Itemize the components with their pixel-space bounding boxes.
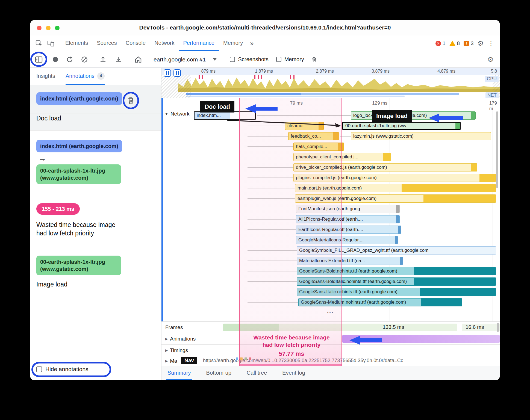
annotation-pill-image[interactable]: 00-earth-splash-1x-ltr.jpg (www.gstatic.…	[36, 256, 121, 275]
frame-bar[interactable]	[223, 324, 457, 331]
network-request-bar[interactable]: FontManifest.json (earth.goog...	[296, 205, 400, 213]
network-request-bar[interactable]: GoogleSans-Italic.nohints.ttf (earth.goo…	[297, 288, 496, 296]
memory-toggle[interactable]: Memory	[276, 56, 304, 63]
expand-triangle-icon[interactable]: ▶	[165, 359, 168, 363]
tab-console[interactable]: Console	[121, 36, 150, 51]
kebab-menu-icon[interactable]: ⋮	[488, 40, 494, 47]
tab-sources[interactable]: Sources	[92, 36, 121, 51]
minimap-pause-marker[interactable]	[173, 69, 181, 77]
network-track-header[interactable]: ▼ Network	[165, 111, 190, 117]
error-badge[interactable]: × 1	[435, 40, 446, 46]
annotation-label-wasted-time[interactable]: Wasted time because image had low fetch …	[36, 221, 126, 238]
network-request-bar[interactable]: lazy.min.js (www.gstatic.com)	[351, 132, 491, 140]
delete-annotation-button[interactable]	[127, 96, 135, 105]
network-request-bar[interactable]: feedback_co...	[288, 132, 339, 140]
network-request-bar[interactable]: earthplugin_web.js (earth.google.com)	[295, 194, 496, 203]
network-request-bar[interactable]: hats_compile...	[293, 143, 344, 151]
main-thread-track[interactable]: ▶ Ma Nav https://earth.google.com/web/0.…	[161, 356, 500, 366]
network-waterfall[interactable]: 79 ms 129 ms 179 m ▼ Network	[161, 98, 500, 322]
annotation-card-image-load[interactable]: 00-earth-splash-1x-ltr.jpg (www.gstatic.…	[30, 245, 161, 295]
network-request-bar[interactable]: GoogleSymbols_FILL_GRAD_opsz_wght.ttf (e…	[297, 246, 496, 255]
request-label: phenotype_client_compiled.j...	[296, 154, 358, 159]
timings-track[interactable]: ▶ Timings	[161, 345, 500, 356]
tab-insights[interactable]: Insights	[36, 68, 55, 85]
network-request-bar[interactable]: main.dart.js (earth.google.com)	[295, 184, 496, 192]
nav-url-text: https://earth.google.com/web/0...0.27330…	[203, 358, 499, 363]
warning-badge[interactable]: 8	[449, 40, 460, 46]
waterfall-scrollbar[interactable]	[496, 111, 498, 188]
issues-badge[interactable]: ! 3	[464, 40, 474, 46]
hide-annotations-row[interactable]: Hide annotations	[36, 366, 89, 372]
memory-checkbox[interactable]	[276, 57, 281, 62]
network-request-bar[interactable]: GoogleSans-BoldItalic.nohints.ttf (earth…	[297, 277, 496, 286]
doc-load-annotation-label[interactable]: Doc load	[200, 101, 234, 113]
history-selector[interactable]: earth.google.com #1	[154, 56, 217, 63]
collapse-triangle-icon[interactable]: ▼	[165, 112, 168, 116]
animations-track[interactable]: ▶ Animations	[161, 333, 500, 345]
minimap-error-mark	[258, 75, 259, 79]
screenshots-toggle[interactable]: Screenshots	[230, 56, 268, 63]
annotation-pill-link-from[interactable]: index.html (earth.google.com)	[36, 140, 122, 152]
download-profile-icon[interactable]	[115, 56, 122, 63]
request-label: GoogleSans-Italic.nohints.ttf (earth.goo…	[299, 289, 397, 294]
more-tabs-icon[interactable]: »	[247, 36, 256, 51]
tab-elements[interactable]: Elements	[61, 36, 92, 51]
annotation-card-link[interactable]: index.html (earth.google.com) → 00-earth…	[30, 131, 161, 191]
tab-performance[interactable]: Performance	[179, 36, 219, 51]
home-icon[interactable]	[134, 56, 142, 63]
annotation-connector-arrow	[161, 98, 353, 137]
nav-annotation-label[interactable]: Nav	[181, 357, 197, 364]
network-request-bar[interactable]: GoogleSans-Medium.nohints.ttf (earth.goo…	[298, 298, 462, 306]
annotation-label-doc-load[interactable]: Doc load	[36, 114, 155, 122]
minimap-selection-edge[interactable]	[182, 75, 182, 98]
tab-event-log[interactable]: Event log	[281, 366, 306, 380]
settings-gear-icon[interactable]: ⚙	[478, 40, 484, 47]
minimap-pause-marker[interactable]	[164, 69, 171, 77]
capture-settings-gear-icon[interactable]: ⚙	[487, 56, 494, 63]
annotation-pill-time-range[interactable]: 155 - 213 ms	[36, 203, 80, 215]
network-request-bar[interactable]: GoogleMaterialIcons-Regular....	[296, 236, 398, 244]
network-request-bar[interactable]: MaterialIcons-Extended.ttf (ea...	[297, 257, 403, 265]
minimap-unselected-region	[161, 75, 191, 98]
annotation-card-doc-load[interactable]: index.html (earth.google.com)	[30, 85, 161, 114]
annotation-card-time-range[interactable]: 155 - 213 ms Wasted time because image h…	[30, 191, 161, 245]
tab-summary[interactable]: Summary	[166, 366, 192, 380]
frames-track[interactable]: Frames 133.5 ms 16.6 ms	[161, 322, 500, 333]
network-request-bar[interactable]: phenotype_client_compiled.j...	[293, 153, 391, 161]
inspect-element-icon[interactable]	[35, 40, 42, 47]
record-button[interactable]	[53, 57, 58, 62]
main-thread-track-label: ▶ Ma	[165, 358, 177, 364]
annotation-pill-index-html[interactable]: index.html (earth.google.com)	[36, 92, 122, 105]
upload-profile-icon[interactable]	[99, 56, 107, 63]
network-request-bar[interactable]: GoogleSans-Bold.nohints.ttf (earth.googl…	[297, 267, 496, 275]
minimap-error-mark	[202, 75, 203, 79]
annotation-label-image-load[interactable]: Image load	[36, 281, 155, 288]
expand-triangle-icon[interactable]: ▶	[165, 337, 168, 341]
toggle-sidebar-button[interactable]	[35, 56, 43, 63]
expand-triangle-icon[interactable]: ▶	[165, 348, 168, 352]
clear-recording-button[interactable]	[81, 56, 88, 63]
request-label: lazy.min.js (www.gstatic.com)	[353, 134, 414, 139]
network-request-bar[interactable]: plugins_compiled.js (earth.google.com)	[293, 174, 496, 182]
tab-call-tree[interactable]: Call tree	[246, 366, 268, 380]
network-request-bar[interactable]: EarthIcons-Regular.otf (earth....	[296, 226, 401, 234]
network-request-bar[interactable]: drive_picker_compiled.js (earth.google.c…	[293, 163, 477, 171]
network-request-bar[interactable]: 00-earth-splash-1x-ltr.jpg (ww...	[342, 122, 461, 130]
timeline-minimap[interactable]: 879 ms 1,879 ms 2,879 ms 3,879 ms 4,879 …	[161, 68, 500, 98]
reload-and-record-button[interactable]	[66, 56, 73, 63]
tab-bottom-up[interactable]: Bottom-up	[205, 366, 232, 380]
tracks-scrollbar[interactable]	[497, 323, 499, 332]
tab-memory[interactable]: Memory	[219, 36, 247, 51]
network-request-bar[interactable]: clearcut...	[285, 122, 324, 130]
device-toolbar-icon[interactable]	[47, 40, 55, 47]
screenshots-checkbox[interactable]	[230, 57, 235, 62]
annotation-pill-link-to[interactable]: 00-earth-splash-1x-ltr.jpg (www.gstatic.…	[36, 164, 121, 184]
network-track-overflow[interactable]: ...	[327, 307, 334, 315]
tab-annotations[interactable]: Annotations 4	[66, 68, 105, 85]
request-label: GoogleMaterialIcons-Regular....	[298, 237, 364, 242]
network-request-bar[interactable]: All1PIcons-Regular.otf (earth....	[296, 215, 400, 223]
hide-annotations-checkbox[interactable]	[36, 366, 42, 372]
image-load-annotation-label[interactable]: Image load	[372, 110, 412, 122]
collect-garbage-icon[interactable]	[311, 56, 318, 63]
tab-network[interactable]: Network	[150, 36, 179, 51]
